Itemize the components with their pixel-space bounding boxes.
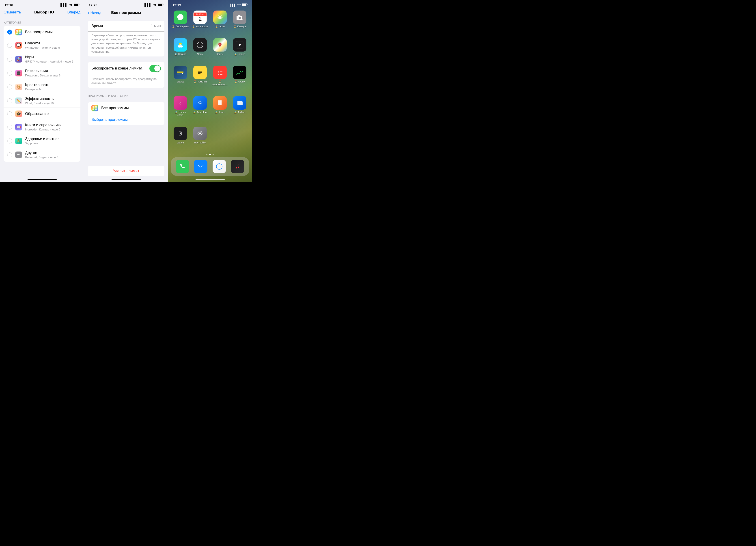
dock-app-safari[interactable] (211, 160, 227, 173)
toggle-knob (154, 65, 160, 71)
weather-label: ⌛ Погода (174, 53, 186, 56)
app-itunes[interactable]: ♫ ⌛ iTunes Store (172, 96, 189, 122)
app-files[interactable]: ⌛ Файлы (231, 96, 248, 122)
svg-rect-46 (179, 135, 181, 136)
radio-entertainment[interactable] (7, 71, 12, 75)
nav-bar-2: ‹ Назад Все программы (84, 8, 168, 18)
svg-rect-13 (242, 4, 246, 6)
app-books[interactable]: ⌛ Книги (211, 96, 229, 122)
svg-point-38 (218, 72, 219, 73)
svg-marker-27 (239, 43, 241, 46)
creative-icon: 🎨 (15, 84, 22, 90)
svg-rect-3 (19, 30, 21, 32)
radio-health[interactable] (7, 138, 12, 143)
app-camera[interactable]: ⌛ Камера (231, 11, 248, 34)
radio-other[interactable] (7, 152, 12, 157)
radio-education[interactable] (7, 111, 12, 116)
delete-limit-button[interactable]: Удалить лимит (113, 169, 139, 173)
itunes-icon: ♫ (174, 96, 187, 110)
forward-button[interactable]: Вперед (67, 10, 80, 15)
app-stocks[interactable]: ⌛ Акции (231, 66, 248, 92)
svg-point-15 (239, 17, 241, 19)
books-hs-label: ⌛ Книги (215, 111, 225, 114)
app-weather[interactable]: ⌛ Погода (172, 38, 189, 61)
stocks-icon (233, 66, 246, 79)
svg-marker-53 (218, 165, 220, 168)
photos-label: ⌛ Фото (215, 25, 224, 28)
app-maps[interactable]: Карты (211, 38, 229, 61)
app-settings[interactable]: Настройки (191, 127, 209, 150)
entertainment-text: Развлечения Подкасты, Deezer и еще 3 (25, 69, 77, 77)
radio-games[interactable] (7, 57, 12, 62)
programs-block: Все программы Выбрать программы (88, 102, 164, 125)
mail-icon (194, 160, 207, 173)
list-item[interactable]: 📖 Книги и справочники Inoreader, Компас … (4, 120, 80, 134)
list-item[interactable]: 🎓 Образование (4, 108, 80, 120)
battery-icon-3 (242, 3, 248, 7)
page-indicator (168, 152, 252, 157)
list-item[interactable]: ••• Другое Betternet, Видео и еще 3 (4, 148, 80, 162)
dock-app-phone[interactable] (174, 160, 190, 173)
block-limit-label: Блокировать в конце лимита (91, 66, 142, 71)
cancel-button[interactable]: Отменить (4, 10, 21, 15)
block-limit-row[interactable]: Блокировать в конце лимита (88, 62, 164, 75)
list-item[interactable]: 🎨 Креативность Камера и Фото (4, 80, 80, 94)
panel1-title: Выбор ПО (34, 10, 54, 15)
svg-point-18 (180, 46, 183, 47)
radio-all[interactable]: ✓ (7, 30, 12, 34)
back-chevron-icon: ‹ (88, 10, 89, 15)
back-button[interactable]: ‹ Назад (88, 10, 101, 15)
music-icon (231, 160, 244, 173)
delete-limit-block: Удалить лимит (88, 166, 164, 176)
dock-app-mail[interactable] (193, 160, 209, 173)
messages-label: ⌛ Сообщения (172, 25, 189, 28)
radio-social[interactable] (7, 43, 12, 48)
signal-icon-3: ▌▌▌ (230, 4, 236, 7)
appstore-icon (193, 96, 207, 110)
status-bar-1: 12:16 ▌▌▌ (0, 0, 84, 8)
radio-books[interactable] (7, 125, 12, 129)
list-item[interactable]: 🚀 Игры GRID™ Autosport, Asphalt 9 и еще … (4, 52, 80, 66)
settings-icon (193, 127, 207, 140)
panel-software-selection: 12:16 ▌▌▌ Отменить Выбор ПО Вперед КАТЕГ… (0, 0, 84, 182)
home-indicator-3 (196, 179, 225, 180)
health-text: Здоровье и фитнес Здоровье (25, 137, 77, 145)
list-item[interactable]: ✓ Все программы (4, 26, 80, 38)
svg-rect-8 (93, 106, 94, 108)
app-appstore[interactable]: ⌛ App Store (191, 96, 209, 122)
app-video[interactable]: ⌛ Видео (231, 38, 248, 61)
app-reminders[interactable]: ⌛ Напоминан... (211, 66, 229, 92)
svg-point-14 (218, 16, 222, 19)
list-item[interactable]: ✏️ Эффективность Word, Excel и еще 16 (4, 94, 80, 108)
choose-apps-button[interactable]: Выбрать программы (88, 114, 164, 125)
books-hs-icon (213, 96, 227, 110)
svg-point-39 (218, 74, 219, 75)
app-wallet[interactable]: Wallet (172, 66, 189, 92)
app-messages[interactable]: ⌛ Сообщения (172, 11, 189, 34)
list-item[interactable]: 💬 Соцсети WhatsApp, Twitter и еще 5 (4, 38, 80, 52)
app-watch[interactable]: Watch (172, 127, 189, 150)
all-apps-row[interactable]: Все программы (88, 102, 164, 114)
time-3: 12:19 (172, 3, 181, 7)
reminders-label: ⌛ Напоминан... (211, 80, 229, 86)
block-limit-toggle[interactable] (149, 65, 161, 72)
all-apps-icon (15, 29, 22, 35)
time-row[interactable]: Время 1 мин (88, 21, 164, 32)
app-clock[interactable]: Часы (191, 38, 209, 61)
home-indicator-2 (112, 179, 141, 180)
radio-creative[interactable] (7, 84, 12, 89)
list-item[interactable]: 🎬 Развлечения Подкасты, Deezer и еще 3 (4, 66, 80, 80)
maps-icon (213, 38, 227, 52)
svg-point-50 (199, 132, 201, 134)
stocks-label: ⌛ Акции (234, 80, 245, 83)
app-photos[interactable]: ⌛ Фото (211, 11, 229, 34)
radio-productivity[interactable] (7, 98, 12, 103)
svg-text:♫: ♫ (179, 101, 182, 105)
dock-app-music[interactable] (230, 160, 246, 173)
books-text: Книги и справочники Inoreader, Компас и … (25, 123, 77, 131)
app-calendar[interactable]: Суббота 2 ⌛ Календарь (191, 11, 209, 34)
categories-list: ✓ Все программы 💬 Соцсети WhatsApp, Twit… (4, 26, 80, 162)
messages-icon (174, 11, 187, 24)
list-item[interactable]: 🚴 Здоровье и фитнес Здоровье (4, 134, 80, 148)
app-notes[interactable]: ⌛ Заметки (191, 66, 209, 92)
